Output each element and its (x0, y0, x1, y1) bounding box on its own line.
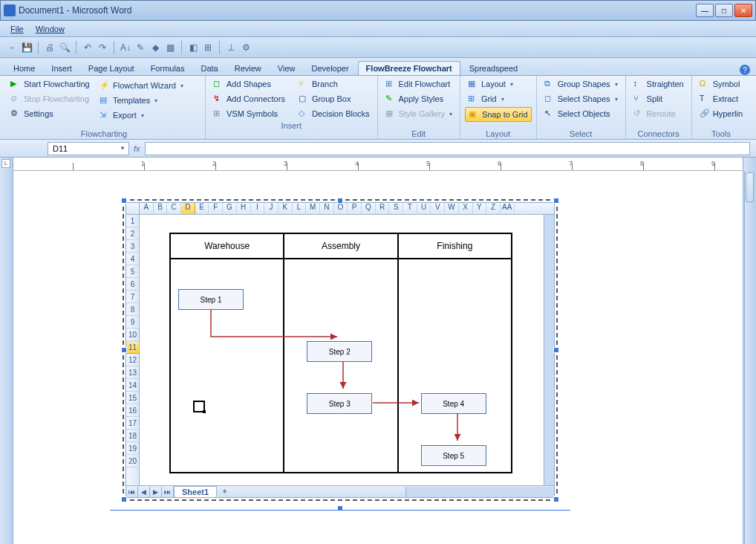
select-shapes-button[interactable]: ◻Select Shapes▾ (541, 92, 621, 106)
tool2-icon[interactable]: ◆ (149, 42, 161, 54)
resize-handle[interactable] (121, 496, 127, 502)
sort-icon[interactable]: A↓ (120, 42, 131, 54)
step-3[interactable]: Step 3 (307, 393, 372, 414)
row-headers[interactable]: 1234567891011121314151617181920 (126, 215, 140, 485)
group-insert: ◻Add Shapes ↯Add Connectors ⊞VSM Symbols… (206, 76, 378, 139)
sheet-tab-1[interactable]: Sheet1 (174, 486, 217, 497)
embedded-spreadsheet[interactable]: ABCDEFGHIJKLMNOPQRSTUVWXYZAA 12345678910… (123, 199, 558, 501)
layout-button[interactable]: ▦Layout▾ (465, 77, 532, 91)
undo-icon[interactable]: ↶ (82, 42, 94, 54)
templates-button[interactable]: ▤Templates▾ (97, 94, 186, 107)
extract-button[interactable]: TExtract (697, 92, 746, 106)
formula-input[interactable] (145, 142, 750, 155)
gear-icon[interactable]: ⚙ (240, 42, 252, 54)
quick-access-toolbar: ▫ 💾 🖨 🔍 ↶ ↷ A↓ ✎ ◆ ▦ ◧ ⊞ ⊥ ⚙ (0, 37, 756, 58)
tab-spreadspeed[interactable]: Spreadspeed (462, 62, 525, 75)
sheet-nav-last[interactable]: ⏭ (162, 487, 174, 497)
tool5-icon[interactable]: ⊞ (202, 42, 214, 54)
object-anchor-line (110, 510, 570, 511)
tab-data[interactable]: Data (193, 62, 225, 75)
swimlane-header-assembly: Assembly (284, 234, 398, 258)
document-area: L 123456789 ABCDEFGHIJKLMNOPQRSTUVWXYZAA… (0, 158, 756, 544)
minimize-button[interactable]: — (696, 4, 714, 17)
horizontal-ruler[interactable]: 123456789 (13, 158, 743, 171)
cells-area[interactable]: Warehouse Assembly Finishing Step 1 (140, 215, 544, 485)
connector-3-4[interactable] (373, 399, 425, 407)
group-shapes-button[interactable]: ⧉Group Shapes▾ (541, 77, 621, 91)
group-edit: ⊞Edit Flowchart ✎Apply Styles ▦Style Gal… (378, 76, 460, 139)
tab-developer[interactable]: Developer (304, 62, 356, 75)
resize-handle[interactable] (121, 198, 127, 204)
tab-page-layout[interactable]: Page Layout (81, 62, 142, 75)
tab-insert[interactable]: Insert (44, 62, 79, 75)
swimlane-table[interactable]: Warehouse Assembly Finishing Step 1 (169, 233, 512, 473)
step-1[interactable]: Step 1 (178, 289, 244, 310)
group-box-button[interactable]: ▢Group Box (296, 92, 373, 106)
fx-label[interactable]: fx (134, 144, 140, 153)
tool3-icon[interactable]: ▦ (164, 42, 176, 54)
edit-flowchart-button[interactable]: ⊞Edit Flowchart (382, 77, 455, 91)
tool4-icon[interactable]: ◧ (187, 42, 199, 54)
connector-2-3[interactable] (339, 362, 347, 395)
help-icon[interactable]: ? (740, 65, 750, 75)
redo-icon[interactable]: ↷ (97, 42, 108, 54)
page-canvas[interactable]: ABCDEFGHIJKLMNOPQRSTUVWXYZAA 12345678910… (13, 171, 743, 544)
new-icon[interactable]: ▫ (6, 42, 18, 54)
tab-review[interactable]: Review (227, 62, 269, 75)
tool1-icon[interactable]: ✎ (134, 42, 146, 54)
maximize-button[interactable]: □ (715, 4, 733, 17)
tab-formulas[interactable]: Formulas (143, 62, 192, 75)
group-select: ⧉Group Shapes▾ ◻Select Shapes▾ ↖Select O… (537, 76, 626, 139)
save-icon[interactable]: 💾 (21, 42, 33, 54)
embedded-hscrollbar[interactable] (405, 487, 554, 497)
text-cursor (193, 401, 205, 412)
sheet-nav-prev[interactable]: ◀ (138, 487, 150, 497)
flowchart-wizard-button[interactable]: ⚡Flowchart Wizard▾ (97, 79, 186, 92)
grid-button[interactable]: ⊞Grid▾ (465, 92, 532, 106)
tab-flowbreeze[interactable]: FlowBreeze Flowchart (358, 61, 460, 75)
snap-to-grid-button[interactable]: ▣Snap to Grid (465, 107, 532, 122)
vsm-symbols-button[interactable]: ⊞VSM Symbols (210, 107, 288, 120)
select-objects-button[interactable]: ↖Select Objects (541, 107, 621, 120)
menu-window[interactable]: Window (30, 23, 71, 35)
print-icon[interactable]: 🖨 (44, 42, 56, 54)
embedded-vscrollbar[interactable] (544, 215, 554, 485)
close-button[interactable]: ✕ (734, 4, 752, 17)
hierarchy-icon[interactable]: ⊥ (225, 42, 237, 54)
name-box[interactable]: D11 (48, 142, 129, 155)
sheet-nav-next[interactable]: ▶ (150, 487, 162, 497)
split-button[interactable]: ⑂Split (630, 92, 687, 106)
resize-handle[interactable] (337, 198, 343, 204)
titlebar: Document1 - Microsoft Word — □ ✕ (0, 0, 756, 21)
vertical-scrollbar[interactable] (744, 171, 755, 544)
menu-file[interactable]: File (4, 23, 30, 35)
group-label: Insert (210, 120, 373, 131)
step-5[interactable]: Step 5 (421, 445, 486, 466)
resize-handle[interactable] (553, 496, 559, 502)
sheet-nav-first[interactable]: ⏮ (126, 487, 138, 497)
swimlane-header-finishing: Finishing (399, 234, 511, 258)
add-connectors-button[interactable]: ↯Add Connectors (210, 92, 288, 106)
column-headers[interactable]: ABCDEFGHIJKLMNOPQRSTUVWXYZAA (140, 203, 554, 215)
connector-1-2[interactable] (211, 310, 345, 354)
hyperlink-button[interactable]: 🔗Hyperlin (697, 107, 746, 120)
preview-icon[interactable]: 🔍 (59, 42, 71, 54)
resize-handle[interactable] (553, 198, 559, 204)
add-shapes-button[interactable]: ◻Add Shapes (210, 77, 288, 91)
resize-handle[interactable] (121, 347, 127, 353)
apply-styles-button[interactable]: ✎Apply Styles (382, 92, 455, 106)
export-button[interactable]: ⇲Export▾ (97, 109, 186, 122)
symbol-button[interactable]: ΩSymbol (697, 77, 746, 91)
select-all-corner[interactable] (126, 203, 140, 215)
group-label: Flowcharting (7, 129, 201, 139)
decision-blocks-button[interactable]: ◇Decision Blocks (296, 107, 373, 120)
tab-view[interactable]: View (270, 62, 303, 75)
branch-button[interactable]: ⑂Branch (296, 77, 373, 91)
connector-4-5[interactable] (454, 414, 461, 447)
resize-handle[interactable] (553, 347, 559, 353)
step-4[interactable]: Step 4 (421, 393, 486, 414)
tab-home[interactable]: Home (6, 62, 42, 75)
scroll-thumb[interactable] (746, 172, 754, 202)
new-sheet-icon[interactable]: ✦ (217, 487, 232, 496)
straighten-button[interactable]: ↕Straighten (630, 77, 687, 91)
